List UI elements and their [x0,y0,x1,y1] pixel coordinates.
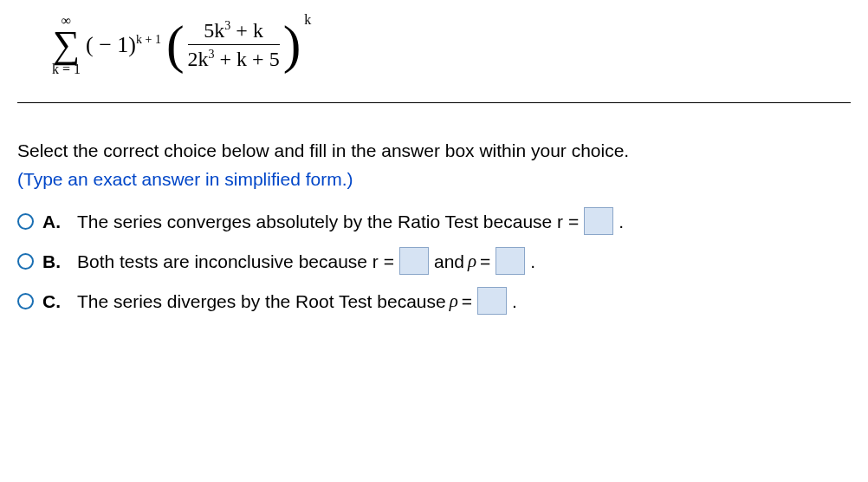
left-paren: ( [166,23,185,67]
numerator: 5k3 + k [204,18,263,43]
choice-c-row: C. The series diverges by the Root Test … [17,287,851,315]
radio-c[interactable] [17,293,34,309]
choice-b-post: . [530,249,535,274]
denominator: 2k3 + k + 5 [188,47,280,72]
fraction-bar [188,44,280,45]
term1-base: ( − 1) [86,32,136,57]
choice-b-text: Both tests are inconclusive because r = … [77,247,535,275]
radio-a[interactable] [17,213,34,230]
choice-c-label: C. [42,289,62,314]
choice-a-label: A. [42,209,62,234]
answer-box-c-rho[interactable] [477,287,507,315]
alternating-term: ( − 1)k + 1 [86,29,161,61]
sigma-symbol: ∑ [53,28,80,62]
choice-c-eq: = [462,289,472,314]
choice-c-text: The series diverges by the Root Test bec… [77,287,517,315]
sigma-lower: k = 1 [52,62,81,76]
sigma-block: ∞ ∑ k = 1 [52,14,81,76]
section-divider [17,102,851,103]
choice-a-text: The series converges absolutely by the R… [77,207,624,235]
choice-a-row: A. The series converges absolutely by th… [17,207,851,235]
choice-b-label: B. [42,249,62,274]
fraction-group: ( 5k3 + k 2k3 + k + 5 ) [166,18,301,73]
answer-box-b-rho[interactable] [496,247,525,275]
choice-b-mid: and [434,249,464,274]
choice-c-rho: ρ [450,289,458,314]
choice-b-eq: = [480,249,490,274]
answer-box-a-r[interactable] [584,207,613,235]
choice-b-rho: ρ [468,249,476,274]
choice-a-post: . [619,209,624,234]
choice-c-pre: The series diverges by the Root Test bec… [77,289,446,314]
right-paren: ) [283,23,301,67]
choice-a-pre: The series converges absolutely by the R… [77,209,579,234]
choice-c-post: . [512,289,517,314]
outer-exponent: k [304,10,311,29]
choice-b-pre: Both tests are inconclusive because r = [77,249,394,274]
term1-exp: k + 1 [136,33,161,46]
choice-b-row: B. Both tests are inconclusive because r… [17,247,851,275]
fraction: 5k3 + k 2k3 + k + 5 [185,18,283,73]
sub-instruction-text: (Type an exact answer in simplified form… [17,166,851,192]
answer-box-b-r[interactable] [399,247,429,275]
instruction-text: Select the correct choice below and fill… [17,138,851,163]
series-formula: ∞ ∑ k = 1 ( − 1)k + 1 ( 5k3 + k 2k3 + k … [17,14,851,102]
radio-b[interactable] [17,253,34,270]
